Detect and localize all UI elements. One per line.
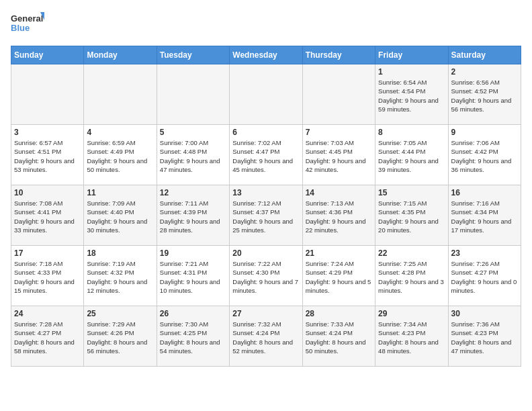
- calendar-cell: [230, 64, 302, 125]
- logo-icon: General Blue: [11, 11, 44, 38]
- calendar-cell: 6Sunrise: 7:02 AM Sunset: 4:47 PM Daylig…: [230, 125, 302, 185]
- day-info: Sunrise: 7:08 AM Sunset: 4:41 PM Dayligh…: [14, 199, 81, 234]
- day-info: Sunrise: 7:09 AM Sunset: 4:40 PM Dayligh…: [87, 199, 153, 234]
- day-info: Sunrise: 7:12 AM Sunset: 4:37 PM Dayligh…: [232, 199, 299, 234]
- day-info: Sunrise: 7:18 AM Sunset: 4:33 PM Dayligh…: [14, 259, 81, 295]
- day-info: Sunrise: 7:21 AM Sunset: 4:31 PM Dayligh…: [160, 259, 226, 295]
- day-number: 9: [451, 128, 518, 137]
- day-info: Sunrise: 7:13 AM Sunset: 4:36 PM Dayligh…: [306, 199, 372, 234]
- day-number: 20: [232, 248, 299, 258]
- day-info: Sunrise: 7:19 AM Sunset: 4:32 PM Dayligh…: [87, 259, 153, 295]
- day-number: 22: [378, 248, 445, 258]
- calendar-cell: [302, 64, 375, 125]
- day-info: Sunrise: 7:34 AM Sunset: 4:23 PM Dayligh…: [378, 320, 445, 355]
- day-header-wednesday: Wednesday: [230, 46, 302, 64]
- calendar-cell: 3Sunrise: 6:57 AM Sunset: 4:51 PM Daylig…: [11, 125, 84, 185]
- calendar-header: SundayMondayTuesdayWednesdayThursdayFrid…: [11, 46, 521, 64]
- day-number: 13: [232, 188, 299, 197]
- day-number: 3: [14, 128, 81, 137]
- day-info: Sunrise: 7:06 AM Sunset: 4:42 PM Dayligh…: [451, 138, 518, 174]
- calendar-cell: 14Sunrise: 7:13 AM Sunset: 4:36 PM Dayli…: [302, 185, 375, 246]
- calendar-cell: 8Sunrise: 7:05 AM Sunset: 4:44 PM Daylig…: [375, 125, 448, 185]
- day-info: Sunrise: 7:28 AM Sunset: 4:27 PM Dayligh…: [14, 320, 81, 355]
- day-info: Sunrise: 7:32 AM Sunset: 4:24 PM Dayligh…: [232, 320, 299, 355]
- day-number: 24: [14, 309, 81, 318]
- day-number: 7: [306, 128, 372, 137]
- calendar-cell: 5Sunrise: 7:00 AM Sunset: 4:48 PM Daylig…: [157, 125, 229, 185]
- day-info: Sunrise: 7:00 AM Sunset: 4:48 PM Dayligh…: [160, 138, 226, 174]
- day-info: Sunrise: 6:59 AM Sunset: 4:49 PM Dayligh…: [87, 138, 153, 174]
- calendar-cell: 20Sunrise: 7:22 AM Sunset: 4:30 PM Dayli…: [230, 246, 302, 306]
- calendar-cell: 13Sunrise: 7:12 AM Sunset: 4:37 PM Dayli…: [230, 185, 302, 246]
- day-number: 14: [306, 188, 372, 197]
- day-number: 18: [87, 248, 153, 258]
- day-info: Sunrise: 7:16 AM Sunset: 4:34 PM Dayligh…: [451, 199, 518, 234]
- day-number: 21: [306, 248, 372, 258]
- week-row-4: 17Sunrise: 7:18 AM Sunset: 4:33 PM Dayli…: [11, 246, 521, 306]
- day-number: 25: [87, 309, 153, 318]
- week-row-3: 10Sunrise: 7:08 AM Sunset: 4:41 PM Dayli…: [11, 185, 521, 246]
- calendar-cell: 17Sunrise: 7:18 AM Sunset: 4:33 PM Dayli…: [11, 246, 84, 306]
- day-number: 17: [14, 248, 81, 258]
- day-header-friday: Friday: [375, 46, 448, 64]
- day-number: 12: [160, 188, 226, 197]
- logo: General Blue: [11, 11, 44, 38]
- week-row-5: 24Sunrise: 7:28 AM Sunset: 4:27 PM Dayli…: [11, 306, 521, 367]
- calendar-cell: 23Sunrise: 7:26 AM Sunset: 4:27 PM Dayli…: [448, 246, 521, 306]
- calendar-cell: [11, 64, 84, 125]
- day-info: Sunrise: 7:29 AM Sunset: 4:26 PM Dayligh…: [87, 320, 153, 355]
- calendar-cell: 30Sunrise: 7:36 AM Sunset: 4:23 PM Dayli…: [448, 306, 521, 367]
- day-number: 27: [232, 309, 299, 318]
- calendar-cell: 4Sunrise: 6:59 AM Sunset: 4:49 PM Daylig…: [84, 125, 157, 185]
- day-number: 29: [378, 309, 445, 318]
- header: General Blue: [11, 11, 521, 38]
- day-info: Sunrise: 7:02 AM Sunset: 4:47 PM Dayligh…: [232, 138, 299, 174]
- svg-text:Blue: Blue: [11, 23, 30, 33]
- calendar-cell: 27Sunrise: 7:32 AM Sunset: 4:24 PM Dayli…: [230, 306, 302, 367]
- calendar-cell: 26Sunrise: 7:30 AM Sunset: 4:25 PM Dayli…: [157, 306, 229, 367]
- calendar-table: SundayMondayTuesdayWednesdayThursdayFrid…: [11, 46, 521, 367]
- day-info: Sunrise: 7:25 AM Sunset: 4:28 PM Dayligh…: [378, 259, 445, 295]
- day-info: Sunrise: 7:22 AM Sunset: 4:30 PM Dayligh…: [232, 259, 299, 295]
- calendar-body: 1Sunrise: 6:54 AM Sunset: 4:54 PM Daylig…: [11, 64, 521, 367]
- calendar-cell: [157, 64, 229, 125]
- day-info: Sunrise: 7:05 AM Sunset: 4:44 PM Dayligh…: [378, 138, 445, 174]
- week-row-1: 1Sunrise: 6:54 AM Sunset: 4:54 PM Daylig…: [11, 64, 521, 125]
- day-info: Sunrise: 7:24 AM Sunset: 4:29 PM Dayligh…: [306, 259, 372, 295]
- day-number: 15: [378, 188, 445, 197]
- day-info: Sunrise: 6:54 AM Sunset: 4:54 PM Dayligh…: [378, 78, 445, 113]
- week-row-2: 3Sunrise: 6:57 AM Sunset: 4:51 PM Daylig…: [11, 125, 521, 185]
- calendar-cell: 21Sunrise: 7:24 AM Sunset: 4:29 PM Dayli…: [302, 246, 375, 306]
- day-number: 11: [87, 188, 153, 197]
- calendar-cell: 25Sunrise: 7:29 AM Sunset: 4:26 PM Dayli…: [84, 306, 157, 367]
- day-number: 2: [451, 67, 518, 77]
- day-info: Sunrise: 7:15 AM Sunset: 4:35 PM Dayligh…: [378, 199, 445, 234]
- day-info: Sunrise: 7:26 AM Sunset: 4:27 PM Dayligh…: [451, 259, 518, 295]
- day-number: 30: [451, 309, 518, 318]
- calendar-cell: 12Sunrise: 7:11 AM Sunset: 4:39 PM Dayli…: [157, 185, 229, 246]
- svg-text:General: General: [11, 13, 43, 24]
- day-number: 19: [160, 248, 226, 258]
- day-info: Sunrise: 7:30 AM Sunset: 4:25 PM Dayligh…: [160, 320, 226, 355]
- calendar-cell: 18Sunrise: 7:19 AM Sunset: 4:32 PM Dayli…: [84, 246, 157, 306]
- day-header-monday: Monday: [84, 46, 157, 64]
- calendar-cell: 22Sunrise: 7:25 AM Sunset: 4:28 PM Dayli…: [375, 246, 448, 306]
- day-info: Sunrise: 7:33 AM Sunset: 4:24 PM Dayligh…: [306, 320, 372, 355]
- calendar-cell: 2Sunrise: 6:56 AM Sunset: 4:52 PM Daylig…: [448, 64, 521, 125]
- day-number: 5: [160, 128, 226, 137]
- day-number: 6: [232, 128, 299, 137]
- day-number: 4: [87, 128, 153, 137]
- day-number: 28: [306, 309, 372, 318]
- calendar-cell: 9Sunrise: 7:06 AM Sunset: 4:42 PM Daylig…: [448, 125, 521, 185]
- day-number: 16: [451, 188, 518, 197]
- day-info: Sunrise: 7:03 AM Sunset: 4:45 PM Dayligh…: [306, 138, 372, 174]
- calendar-cell: 28Sunrise: 7:33 AM Sunset: 4:24 PM Dayli…: [302, 306, 375, 367]
- calendar-cell: 7Sunrise: 7:03 AM Sunset: 4:45 PM Daylig…: [302, 125, 375, 185]
- day-number: 10: [14, 188, 81, 197]
- header-row: SundayMondayTuesdayWednesdayThursdayFrid…: [11, 46, 521, 64]
- day-info: Sunrise: 6:57 AM Sunset: 4:51 PM Dayligh…: [14, 138, 81, 174]
- calendar-cell: 11Sunrise: 7:09 AM Sunset: 4:40 PM Dayli…: [84, 185, 157, 246]
- calendar-cell: 15Sunrise: 7:15 AM Sunset: 4:35 PM Dayli…: [375, 185, 448, 246]
- day-header-thursday: Thursday: [302, 46, 375, 64]
- calendar-cell: 29Sunrise: 7:34 AM Sunset: 4:23 PM Dayli…: [375, 306, 448, 367]
